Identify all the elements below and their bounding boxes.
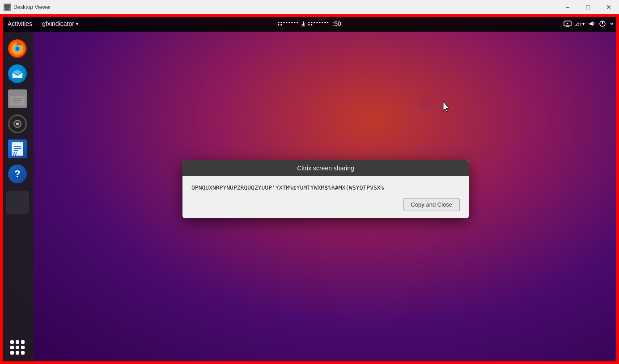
dialog-titlebar: Citrix screen sharing — [182, 160, 469, 176]
citrix-dialog: Citrix screen sharing QPNQUXNRPYNUPZRQUQ… — [182, 160, 469, 219]
maximize-button[interactable]: □ — [578, 0, 598, 14]
svg-rect-1 — [6, 8, 8, 9]
dialog-title: Citrix screen sharing — [297, 165, 354, 172]
ubuntu-screen: Activities gfxindicator ▾ — [0, 14, 619, 364]
dialog-actions: Copy and Close — [191, 198, 460, 211]
close-button[interactable]: ✕ — [598, 0, 619, 14]
svg-rect-2 — [5, 9, 9, 10]
minimize-button[interactable]: − — [557, 0, 578, 14]
windows-titlebar: Desktop Viewer − □ ✕ — [0, 0, 619, 14]
svg-rect-0 — [4, 4, 10, 8]
titlebar-left: Desktop Viewer — [0, 4, 51, 11]
dialog-body: QPNQUXNRPYNUPZRQUQZYUUP'YXTM%$YUMTYWXM$%… — [182, 176, 469, 219]
window-title: Desktop Viewer — [13, 4, 51, 10]
dialog-code-text: QPNQUXNRPYNUPZRQUQZYUUP'YXTM%$YUMTYWXM$%… — [191, 183, 460, 192]
app-icon — [4, 4, 11, 11]
window-controls: − □ ✕ — [557, 0, 619, 14]
dialog-overlay: Citrix screen sharing QPNQUXNRPYNUPZRQUQ… — [1, 16, 618, 363]
copy-and-close-button[interactable]: Copy and Close — [403, 198, 460, 211]
